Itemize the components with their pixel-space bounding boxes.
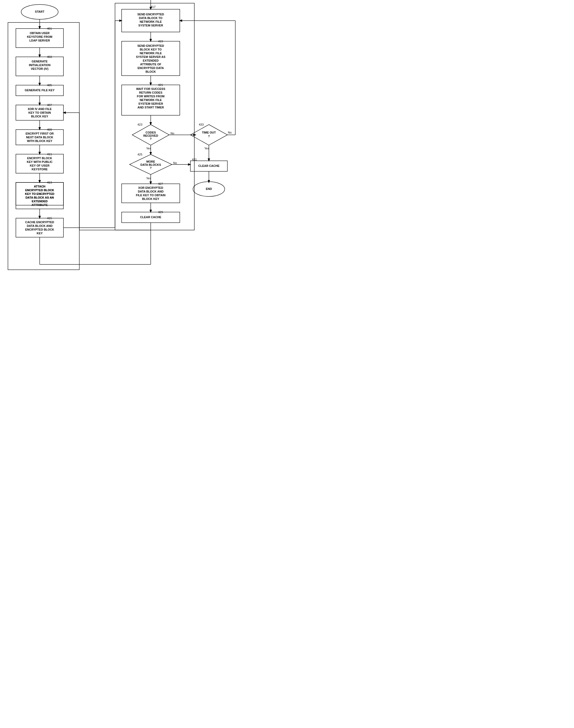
svg-text:DATA BLOCKS: DATA BLOCKS: [140, 163, 161, 166]
svg-text:SYSTEM SERVER AS: SYSTEM SERVER AS: [136, 55, 165, 58]
svg-text:TIME OUT: TIME OUT: [202, 131, 216, 134]
label-433: 433: [199, 123, 204, 126]
label-423: 423: [137, 123, 142, 126]
svg-text:XOR IV AND FILE: XOR IV AND FILE: [28, 107, 52, 111]
svg-text:VECTOR (IV): VECTOR (IV): [31, 67, 49, 70]
svg-text:ATTRIBUTE OF: ATTRIBUTE OF: [140, 63, 161, 66]
svg-text:BLOCK KEY: BLOCK KEY: [142, 197, 159, 200]
svg-text:ENCRYPT FIRST OR: ENCRYPT FIRST OR: [26, 132, 54, 135]
svg-text:XOR ENCRYPTED: XOR ENCRYPTED: [138, 186, 163, 189]
svg-text:DATA BLOCK AS AN: DATA BLOCK AS AN: [26, 196, 54, 199]
svg-text:DATA BLOCK AND: DATA BLOCK AND: [138, 190, 163, 193]
svg-text:BLOCK KEY TO: BLOCK KEY TO: [140, 48, 162, 51]
svg-text:KEY WITH PUBLIC: KEY WITH PUBLIC: [27, 160, 53, 163]
svg-text:KEY TO OBTAIN: KEY TO OBTAIN: [29, 111, 51, 114]
svg-text:?: ?: [150, 137, 152, 140]
svg-text:KEYSTORE: KEYSTORE: [32, 168, 48, 171]
svg-text:ATTRIBUTE: ATTRIBUTE: [32, 203, 48, 206]
svg-text:BLOCK KEY: BLOCK KEY: [31, 115, 48, 118]
label-425-no: No: [173, 161, 177, 164]
svg-text:EXTENDED: EXTENDED: [32, 200, 48, 203]
svg-text:WITH BLOCK KEY: WITH BLOCK KEY: [27, 139, 53, 143]
svg-text:KEY: KEY: [37, 232, 43, 235]
svg-text:DATA BLOCK AND: DATA BLOCK AND: [27, 224, 52, 228]
svg-text:ENCRYPTED BLOCK: ENCRYPTED BLOCK: [25, 228, 54, 231]
svg-text:SYSTEM SERVER: SYSTEM SERVER: [138, 24, 163, 27]
svg-text:CODES: CODES: [146, 131, 156, 134]
svg-text:SEND ENCRYPTED: SEND ENCRYPTED: [137, 44, 164, 47]
svg-text:?: ?: [150, 166, 152, 169]
svg-text:MORE: MORE: [147, 160, 155, 163]
start-label: START: [35, 10, 44, 13]
label-425-yes: Yes: [146, 177, 151, 180]
svg-text:KEYSTORE FROM: KEYSTORE FROM: [27, 35, 52, 38]
svg-text:GENERATE FILE KEY: GENERATE FILE KEY: [25, 89, 55, 92]
svg-text:SEND ENCRYPTED: SEND ENCRYPTED: [137, 13, 164, 16]
svg-text:OBTAIN USER: OBTAIN USER: [30, 32, 50, 35]
svg-text:CACHE ENCRYPTED: CACHE ENCRYPTED: [25, 220, 54, 224]
label-417-top: 417: [151, 5, 156, 8]
svg-text:ENCRYPT BLOCK: ENCRYPT BLOCK: [27, 157, 52, 160]
svg-text:FILE KEY TO OBTAIN: FILE KEY TO OBTAIN: [136, 194, 165, 197]
svg-text:FOR WRITES FROM: FOR WRITES FROM: [137, 95, 165, 98]
svg-text:WAIT FOR SUCCESS: WAIT FOR SUCCESS: [136, 87, 165, 90]
svg-text:CLEAR CACHE: CLEAR CACHE: [140, 215, 161, 219]
svg-text:ENCRYPTED BLOCK: ENCRYPTED BLOCK: [25, 189, 54, 192]
label-423-yes: Yes: [146, 147, 151, 150]
svg-text:CLEAR CACHE: CLEAR CACHE: [198, 164, 219, 167]
svg-text:RETURN CODES: RETURN CODES: [139, 91, 162, 94]
svg-text:KEY OF USER: KEY OF USER: [30, 164, 49, 167]
svg-text:AND START TIMER: AND START TIMER: [137, 106, 164, 109]
svg-text:BLOCK: BLOCK: [146, 70, 156, 73]
label-433-no: No: [228, 131, 232, 134]
svg-text:ENCRYPTED DATA: ENCRYPTED DATA: [137, 66, 164, 70]
label-433-yes: Yes: [204, 147, 209, 150]
label-423-no: No: [170, 132, 174, 135]
label-425: 425: [137, 153, 142, 156]
svg-text:ATTACH: ATTACH: [34, 185, 45, 188]
svg-text:?: ?: [208, 134, 210, 138]
svg-text:NETWORK FILE: NETWORK FILE: [139, 51, 162, 55]
svg-text:GENERATE: GENERATE: [32, 60, 48, 63]
svg-text:SYSTEM SERVER: SYSTEM SERVER: [138, 102, 163, 105]
svg-text:EXTENDED: EXTENDED: [143, 59, 159, 62]
svg-text:NETWORK FILE: NETWORK FILE: [139, 20, 162, 23]
end-label: END: [206, 187, 212, 190]
flowchart-diagram: START 401 OBTAIN USER KEYSTORE FROM LDAP…: [0, 0, 238, 301]
svg-text:RECEIVED: RECEIVED: [143, 134, 158, 137]
svg-text:NETWORK FILE: NETWORK FILE: [139, 98, 162, 102]
svg-text:INITIALIZATION: INITIALIZATION: [29, 64, 50, 67]
svg-text:DATA BLOCK TO: DATA BLOCK TO: [139, 16, 163, 19]
svg-text:KEY TO ENCRYPTED: KEY TO ENCRYPTED: [25, 192, 54, 195]
svg-text:NEXT DATA BLOCK: NEXT DATA BLOCK: [26, 136, 53, 139]
svg-text:LDAP SERVER: LDAP SERVER: [29, 39, 50, 42]
